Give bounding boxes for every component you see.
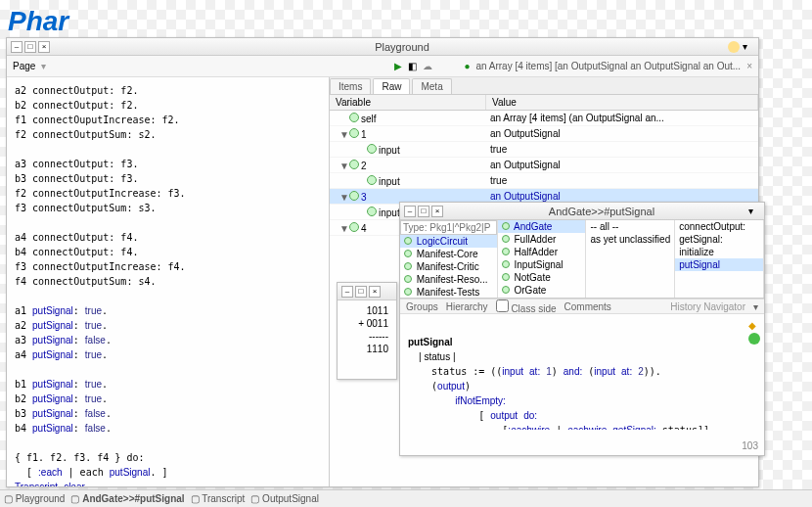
classes-col[interactable]: AndGate FullAdder HalfAdder InputSignal … bbox=[498, 220, 587, 298]
list-item[interactable]: InputSignal bbox=[498, 258, 586, 271]
table-row[interactable]: ▼1an OutputSignal bbox=[330, 126, 758, 142]
tab-groups[interactable]: Groups bbox=[406, 301, 438, 312]
history-navigator[interactable]: History Navigator bbox=[670, 301, 745, 312]
list-item[interactable]: NotGate bbox=[498, 271, 586, 284]
scratch-window: – □ × 1011 + 0011 ------ 1110 bbox=[337, 282, 397, 380]
code-pane[interactable]: a2 connectOutput: f2. b2 connectOutput: … bbox=[7, 77, 330, 486]
menu-icon[interactable]: ▾ bbox=[743, 41, 754, 53]
min-button[interactable]: – bbox=[341, 286, 353, 298]
col-variable: Variable bbox=[330, 95, 486, 110]
task-transcript[interactable]: Transcript bbox=[202, 493, 245, 504]
tab-items[interactable]: Items bbox=[330, 78, 371, 94]
list-item[interactable]: putSignal bbox=[675, 258, 763, 271]
list-item[interactable]: LogicCircuit bbox=[400, 235, 497, 248]
menu-icon[interactable]: ▾ bbox=[748, 206, 760, 217]
line-number: 103 bbox=[742, 440, 758, 451]
close-button[interactable]: × bbox=[369, 286, 381, 298]
pharo-logo: Phar bbox=[8, 6, 68, 37]
run-icon[interactable]: ▶ bbox=[394, 61, 402, 71]
help-icon[interactable] bbox=[728, 41, 740, 53]
browser-titlebar[interactable]: – □ × AndGate>>#putSignal ▾ bbox=[400, 203, 764, 220]
tab-comments[interactable]: Comments bbox=[564, 301, 611, 312]
window-title: Playground bbox=[50, 41, 754, 53]
format-icon[interactable]: ◆ bbox=[748, 320, 760, 331]
list-item[interactable]: as yet unclassified bbox=[586, 233, 674, 246]
task-outputsignal[interactable]: OutputSignal bbox=[262, 493, 319, 504]
list-item[interactable]: Manifest-Core bbox=[400, 248, 497, 260]
list-item[interactable]: HalfAdder bbox=[498, 246, 586, 258]
browser-columns: LogicCircuit Manifest-Core Manifest-Crit… bbox=[400, 220, 764, 299]
table-row[interactable]: inputtrue bbox=[330, 142, 758, 158]
publish-icon[interactable]: ☁ bbox=[423, 61, 432, 71]
table-row[interactable]: selfan Array [4 items] (an OutputSignal … bbox=[330, 111, 758, 126]
browser-window: – □ × AndGate>>#putSignal ▾ LogicCircuit… bbox=[399, 202, 765, 456]
task-playground[interactable]: Playground bbox=[16, 493, 66, 504]
inspector-header: Variable Value bbox=[330, 95, 758, 111]
tab-hierarchy[interactable]: Hierarchy bbox=[446, 301, 488, 312]
list-item[interactable]: OrGate bbox=[498, 284, 586, 297]
list-item[interactable]: Manifest-Critic bbox=[400, 260, 497, 273]
list-item[interactable]: AndGate bbox=[498, 220, 586, 233]
inspector-tabs: Items Raw Meta bbox=[330, 77, 758, 95]
playground-toolbar: Page ▾ ▶ ◧ ☁ ● an Array [4 items] [an Ou… bbox=[7, 56, 758, 77]
nav-icon[interactable] bbox=[748, 333, 760, 345]
list-item[interactable]: Manifest-Tests bbox=[400, 286, 497, 298]
history-dropdown-icon[interactable]: ▾ bbox=[753, 301, 758, 312]
breadcrumb[interactable]: an Array [4 items] [an OutputSignal an O… bbox=[475, 61, 741, 71]
scratch-content[interactable]: 1011 + 0011 ------ 1110 bbox=[338, 300, 396, 359]
max-button[interactable]: □ bbox=[418, 206, 429, 217]
max-button[interactable]: □ bbox=[24, 41, 36, 53]
methods-col[interactable]: connectOutput:getSignal:initializeputSig… bbox=[675, 220, 764, 298]
playground-titlebar[interactable]: – □ × Playground ▾ bbox=[7, 38, 758, 56]
protocols-col[interactable]: -- all --as yet unclassified bbox=[586, 220, 675, 298]
package-filter[interactable] bbox=[400, 220, 497, 235]
source-pane[interactable]: putSignal | status | status := ((input a… bbox=[400, 314, 764, 430]
table-row[interactable]: ▼2an OutputSignal bbox=[330, 158, 758, 173]
max-button[interactable]: □ bbox=[355, 286, 367, 298]
list-item[interactable]: Manifest-Reso... bbox=[400, 273, 497, 286]
min-button[interactable]: – bbox=[11, 41, 23, 53]
close-button[interactable]: × bbox=[38, 41, 50, 53]
window-title: AndGate>>#putSignal bbox=[443, 206, 760, 217]
nav-back-icon[interactable]: ● bbox=[464, 61, 470, 71]
list-item[interactable]: FullAdder bbox=[498, 233, 586, 246]
list-item[interactable]: getSignal: bbox=[675, 233, 763, 246]
table-row[interactable]: inputtrue bbox=[330, 173, 758, 189]
page-label: Page bbox=[13, 61, 35, 71]
tab-raw[interactable]: Raw bbox=[373, 78, 410, 94]
scratch-titlebar[interactable]: – □ × bbox=[338, 283, 396, 300]
list-item[interactable]: OutputSignal bbox=[498, 297, 586, 298]
classside-checkbox[interactable] bbox=[496, 300, 509, 312]
taskbar: ▢ Playground ▢ AndGate>>#putSignal ▢ Tra… bbox=[0, 489, 812, 507]
list-item[interactable]: -- all -- bbox=[586, 220, 674, 233]
col-value: Value bbox=[486, 95, 758, 110]
tab-meta[interactable]: Meta bbox=[412, 78, 451, 94]
packages-col[interactable]: LogicCircuit Manifest-Core Manifest-Crit… bbox=[400, 220, 498, 298]
browser-tabs-row: Groups Hierarchy Class side Comments His… bbox=[400, 299, 764, 314]
task-browser[interactable]: AndGate>>#putSignal bbox=[82, 493, 184, 504]
list-item[interactable]: initialize bbox=[675, 246, 763, 258]
close-tab-icon[interactable]: × bbox=[746, 61, 752, 71]
close-button[interactable]: × bbox=[431, 206, 443, 217]
list-item[interactable]: connectOutput: bbox=[675, 220, 763, 233]
doit-icon[interactable]: ◧ bbox=[408, 61, 417, 71]
min-button[interactable]: – bbox=[404, 206, 416, 217]
